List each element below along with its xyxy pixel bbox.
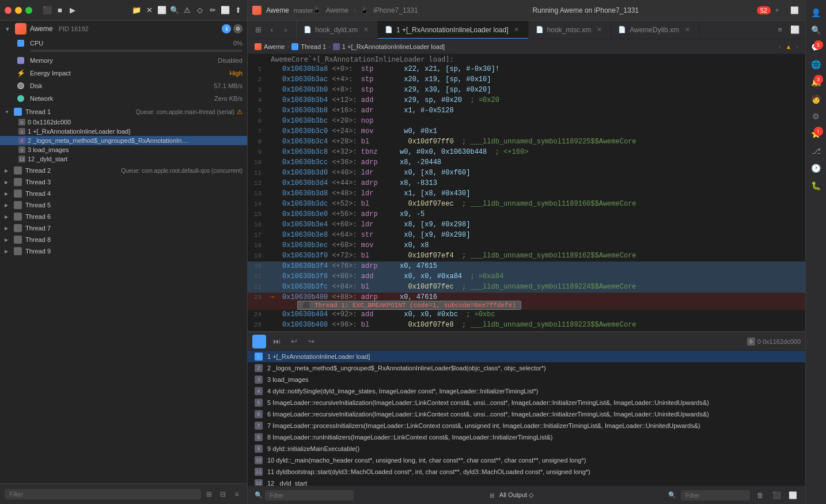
breadcrumb-nav-prev[interactable]: ‹ [779, 43, 781, 50]
filter-icon-3[interactable]: ≡ [231, 488, 243, 500]
clear-output-btn[interactable]: 🗑 [755, 490, 766, 501]
thread-5-header[interactable]: Thread 5 [0, 199, 247, 211]
rs-icon-history[interactable]: 🕐 [808, 160, 824, 176]
breadcrumb-func[interactable]: 1 +[_RxAnnotationInlineLoader load] [342, 43, 445, 50]
thread-2-header[interactable]: Thread 2 Queue: com.apple.root.default-q… [0, 165, 247, 176]
sidebar-right-icon[interactable]: ⬜ [157, 6, 166, 15]
cs-item-4[interactable]: 4 4 dyld::notifySingle(dyld_image_states… [248, 385, 805, 397]
stop-icon[interactable]: ■ [55, 6, 65, 15]
thread-2-icon [14, 166, 22, 175]
breadcrumb-thread[interactable]: Thread 1 [301, 43, 326, 50]
debug-stop-btn[interactable]: ■ [252, 335, 266, 348]
diamond-icon[interactable]: ◇ [195, 6, 204, 15]
rs-icon-debug[interactable]: 🐛 [808, 177, 824, 194]
thread-2-queue: Queue: com.apple.root.default-qos (concu… [121, 168, 243, 174]
thread-1-warning-icon: ⚠ [237, 108, 243, 116]
filter-icon-1[interactable]: ⊞ [203, 488, 215, 500]
split-editor-icon[interactable]: ⬜ [789, 24, 801, 36]
output-view-btn-2[interactable]: ⬜ [787, 490, 798, 501]
alert-badge[interactable]: 52 [757, 6, 771, 14]
debug-step-into-btn[interactable]: ↩ [287, 335, 301, 348]
thread-8-header[interactable]: Thread 8 [0, 234, 247, 245]
bottom-filter-input[interactable] [265, 490, 354, 501]
filter-icon-right: 🔍 [668, 491, 676, 499]
rs-icon-person2[interactable]: 🧑 [808, 91, 824, 107]
rect-icon[interactable]: ⬜ [221, 6, 230, 15]
tab-hook-dyld[interactable]: 📄 hook_dyld.xm ✕ [297, 21, 378, 39]
cs-item-7[interactable]: 7 7 ImageLoader::processInitializers(Ima… [248, 420, 805, 431]
cs-item-3[interactable]: 3 3 load_images [248, 374, 805, 385]
process-pid: PID 16192 [59, 25, 89, 32]
rs-icon-globe[interactable]: 🌐 [808, 56, 824, 73]
tab-hook-misc-close[interactable]: ✕ [594, 25, 604, 35]
debug-step-out-btn[interactable]: ↪ [304, 335, 318, 348]
cs-item-1[interactable]: 1 1 +[_RxAnnotationInlineLoader load] [248, 351, 805, 362]
share-icon[interactable]: ⬆ [233, 6, 243, 15]
rs-icon-user[interactable]: 👤 [808, 5, 824, 21]
thread-9-header[interactable]: Thread 9 [0, 245, 247, 257]
tab-hook-dyld-close[interactable]: ✕ [361, 25, 370, 35]
info-badge[interactable]: ℹ [222, 24, 231, 33]
memory-label: Memory [30, 57, 218, 64]
close-button[interactable] [5, 7, 12, 14]
thread-1-header[interactable]: Thread 1 Queue: com.apple.main-thread (s… [0, 106, 247, 118]
breadcrumb-app[interactable]: Aweme [264, 43, 285, 50]
cs-item-12[interactable]: 12 12 _dyld_start [248, 478, 805, 486]
close-icon[interactable]: ✕ [145, 6, 154, 15]
thread-4-header[interactable]: Thread 4 [0, 188, 247, 199]
code-line-1: 1 0x10630b3a8 <+0>: stp x22, x21, [sp, #… [248, 65, 805, 75]
editor-settings-icon[interactable]: ≡ [774, 24, 786, 36]
maximize-button[interactable] [25, 7, 32, 14]
thread-6-header[interactable]: Thread 6 [0, 211, 247, 222]
thread-frame-1[interactable]: 1 1 +[_RxAnnotationInlineLoader load] [0, 127, 247, 136]
sidebar-filter-input[interactable] [5, 489, 201, 499]
rs-icon-settings[interactable]: ⚙ [808, 108, 824, 124]
output-view-btn-1[interactable]: ⬛ [771, 490, 782, 501]
tab-nav-prev[interactable]: ‹ [266, 24, 278, 36]
tab-nav-next[interactable]: › [280, 24, 291, 36]
thread-frame-3[interactable]: 3 3 load_images [0, 145, 247, 154]
grid-view-icon[interactable]: ⊞ [252, 24, 264, 36]
rs-icon-search[interactable]: 🔍 [808, 22, 824, 38]
minimize-button[interactable] [15, 7, 22, 14]
tab-rx-inline-close[interactable]: ✕ [512, 25, 521, 35]
settings-badge[interactable]: ⚙ [233, 24, 243, 33]
filter-icon-2[interactable]: ⊟ [217, 488, 229, 500]
output-filter-input[interactable] [681, 490, 750, 501]
process-header[interactable]: ▼ Aweme PID 16192 ℹ ⚙ [0, 21, 247, 37]
thread-frame-0[interactable]: 0 0 0x1162dc000 [0, 118, 247, 127]
thread-7-icon [14, 224, 22, 232]
window-titlebar: Aweme master 📱 Aweme › 📱 iPhone7_1331 Ru… [248, 0, 805, 21]
split-view-button[interactable]: ⬜ [788, 4, 801, 17]
tab-aweme-dylib-close[interactable]: ✕ [683, 25, 692, 35]
debug-step-over-btn[interactable]: ⏭ [270, 335, 283, 348]
sidebar-toggle-icon[interactable]: ⬛ [43, 6, 52, 15]
folder-icon[interactable]: 📁 [132, 6, 141, 15]
rs-icon-branch[interactable]: ⎇ [808, 143, 824, 159]
cs-item-6[interactable]: 6 6 ImageLoader::recursiveInitialization… [248, 408, 805, 420]
add-tab-button[interactable]: + [771, 4, 783, 17]
tab-aweme-dylib[interactable]: 📄 AwemeDylib.xm ✕ [611, 21, 699, 39]
breadcrumb-nav-next[interactable]: › [796, 43, 798, 50]
thread-9-name: Thread 9 [25, 248, 243, 255]
warning-icon[interactable]: ⚠ [183, 6, 192, 15]
thread-frame-12[interactable]: 12 12 _dyld_start [0, 154, 247, 164]
search-icon[interactable]: 🔍 [170, 6, 179, 15]
cs-item-11[interactable]: 11 11 dyldbootstrap::start(dyld3::MachOL… [248, 466, 805, 478]
thread-3-header[interactable]: Thread 3 [0, 176, 247, 188]
cs-item-8[interactable]: 8 8 ImageLoader::runInitializers(ImageLo… [248, 431, 805, 443]
cs-item-2[interactable]: 2 2 _logos_meta_method$_ungrouped$_RxAnn… [248, 362, 805, 374]
thread-frame-2[interactable]: 2 2 _logos_meta_method$_ungrouped$_RxAnn… [0, 136, 247, 145]
cs-item-10[interactable]: 10 10 dyld::_main(macho_header const*, u… [248, 454, 805, 466]
play-icon[interactable]: ▶ [68, 6, 77, 15]
tab-rx-inline[interactable]: 📄 1 +[_RxAnnotationInlineLoader load] ✕ [378, 21, 528, 39]
thread-7-header[interactable]: Thread 7 [0, 222, 247, 234]
cpu-icon [16, 39, 25, 48]
pen-icon[interactable]: ✏ [208, 6, 217, 15]
cs-item-5[interactable]: 5 5 ImageLoader::recursiveInitialization… [248, 397, 805, 408]
output-label[interactable]: All Output ◇ [499, 491, 533, 499]
cs-item-9[interactable]: 9 9 dyld::initializeMainExecutable() [248, 443, 805, 454]
tab-hook-misc[interactable]: 📄 hook_misc.xm ✕ [529, 21, 612, 39]
thread-2-expand-icon [5, 167, 12, 174]
disk-metric-row: Disk 57.1 MB/s [0, 79, 247, 92]
